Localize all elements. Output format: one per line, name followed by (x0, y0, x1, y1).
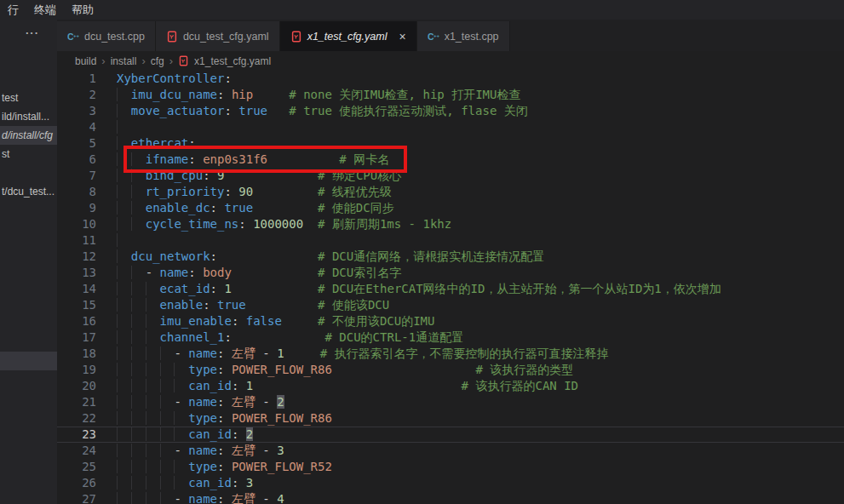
line-content: type: POWER_FLOW_R52 (96, 459, 332, 475)
line-content: imu_dcu_name: hip # none 关闭IMU检查, hip 打开… (96, 87, 520, 103)
menu-item-2[interactable]: 帮助 (64, 3, 101, 18)
line-content: type: POWER_FLOW_R86 # 该执行器的类型 (96, 362, 573, 378)
line-content: enable: true # 使能该DCU (96, 297, 389, 313)
breadcrumb-segment[interactable]: cfg (151, 55, 164, 67)
sidebar-list-item[interactable]: test (0, 89, 57, 107)
sidebar-list-item[interactable]: st (0, 145, 57, 163)
code-line[interactable]: 2 imu_dcu_name: hip # none 关闭IMU检查, hip … (57, 87, 844, 103)
code-line[interactable]: 23 can_id: 2 (57, 427, 844, 443)
sidebar-list-item[interactable]: d/install/cfg (0, 126, 57, 145)
code-line[interactable]: 10 cycle_time_ns: 1000000 # 刷新周期1ms - 1k… (57, 216, 844, 232)
line-number[interactable]: 1 (57, 71, 96, 87)
breadcrumb-file[interactable]: x1_test_cfg.yaml (194, 55, 271, 67)
line-number[interactable]: 13 (57, 265, 96, 281)
line-content (96, 232, 131, 249)
code-line[interactable]: 3 move_actuator: true # true 使能执行器运动测试, … (57, 103, 844, 119)
breadcrumb: build›install›cfg›x1_test_cfg.yaml (57, 51, 844, 71)
line-number[interactable]: 23 (57, 427, 96, 443)
line-number[interactable]: 26 (57, 475, 96, 491)
line-content: - name: 左臂 - 3 (96, 443, 284, 459)
code-line[interactable]: 14 ecat_id: 1 # DCU在EtherCAT网络中的ID，从主站开始… (57, 281, 844, 297)
menu-item-0[interactable]: 行 (0, 3, 26, 18)
line-content: ecat_id: 1 # DCU在EtherCAT网络中的ID，从主站开始，第一… (96, 281, 721, 297)
sidebar-list-item[interactable]: t/dcu_test... (0, 182, 57, 201)
line-number[interactable]: 21 (57, 394, 96, 410)
line-number[interactable]: 19 (57, 362, 96, 378)
code-line[interactable]: 17 channel_1: # DCU的CTRL-1通道配置 (57, 329, 844, 346)
line-content: - name: 左臂 - 1 # 执行器索引名字，不需要控制的执行器可直接注释掉 (96, 346, 609, 362)
close-icon[interactable]: × (399, 30, 405, 43)
sidebar-list-item[interactable]: ild/install... (0, 107, 57, 126)
code-line[interactable]: 1XyberController: (57, 71, 844, 87)
line-number[interactable]: 8 (57, 184, 96, 200)
code-editor[interactable]: 1XyberController:2 imu_dcu_name: hip # n… (57, 71, 844, 504)
vscode-window: 行终端帮助 ··· testild/install...d/install/cf… (0, 0, 844, 504)
line-number[interactable]: 11 (57, 232, 96, 249)
more-actions-ellipsis-icon[interactable]: ··· (26, 26, 39, 39)
line-number[interactable]: 2 (57, 87, 96, 103)
breadcrumb-segment[interactable]: install (111, 55, 137, 67)
code-line[interactable]: 27 - name: 左臂 - 4 (57, 491, 844, 504)
line-number[interactable]: 24 (57, 443, 96, 459)
line-number[interactable]: 12 (57, 249, 96, 265)
code-line[interactable]: 7 bind_cpu: 9 # 绑定CPU核心 (57, 168, 844, 184)
menu-bar: 行终端帮助 (0, 0, 844, 20)
code-line[interactable]: 5 ethercat: (57, 135, 844, 152)
line-number[interactable]: 18 (57, 346, 96, 362)
svg-text:++: ++ (73, 32, 79, 37)
line-content: imu_enable: false # 不使用该DCU的IMU (96, 313, 434, 329)
line-number[interactable]: 14 (57, 281, 96, 297)
line-number[interactable]: 15 (57, 297, 96, 313)
code-line[interactable]: 6 ifname: enp0s31f6 # 网卡名 (57, 152, 844, 168)
line-number[interactable]: 27 (57, 491, 96, 504)
line-number[interactable]: 25 (57, 459, 96, 475)
editor-tab[interactable]: C++dcu_test.cpp (57, 21, 156, 51)
breadcrumb-segment[interactable]: build (75, 55, 96, 67)
line-number[interactable]: 22 (57, 410, 96, 427)
tab-label: x1_test.cpp (445, 31, 499, 43)
code-line[interactable]: 15 enable: true # 使能该DCU (57, 297, 844, 313)
code-line[interactable]: 20 can_id: 1 # 该执行器的CAN ID (57, 378, 844, 394)
line-number[interactable]: 5 (57, 135, 96, 152)
code-line[interactable]: 26 can_id: 3 (57, 475, 844, 491)
line-number[interactable]: 7 (57, 168, 96, 184)
line-number[interactable]: 10 (57, 216, 96, 232)
chevron-right-icon: › (169, 54, 173, 67)
line-number[interactable]: 20 (57, 378, 96, 394)
menu-item-1[interactable]: 终端 (26, 3, 64, 18)
yaml-file-icon (290, 31, 302, 43)
line-content: rt_priority: 90 # 线程优先级 (96, 184, 392, 200)
side-panel: ··· testild/install...d/install/cfgstt/d… (0, 20, 57, 504)
line-number[interactable]: 16 (57, 313, 96, 329)
code-line[interactable]: 22 type: POWER_FLOW_R86 (57, 410, 844, 427)
code-line[interactable]: 13 - name: body # DCU索引名字 (57, 265, 844, 281)
line-content: - name: 左臂 - 4 (96, 491, 284, 504)
line-content: can_id: 2 (96, 427, 253, 443)
code-line[interactable]: 18 - name: 左臂 - 1 # 执行器索引名字，不需要控制的执行器可直接… (57, 346, 844, 362)
code-line[interactable]: 21 - name: 左臂 - 2 (57, 394, 844, 410)
line-number[interactable]: 17 (57, 329, 96, 346)
line-number[interactable]: 9 (57, 200, 96, 216)
code-line[interactable]: 12 dcu_network: # DCU通信网络，请根据实机连接情况配置 (57, 249, 844, 265)
code-line[interactable]: 8 rt_priority: 90 # 线程优先级 (57, 184, 844, 200)
code-line[interactable]: 9 enable_dc: true # 使能DC同步 (57, 200, 844, 216)
line-content: XyberController: (96, 71, 232, 87)
line-content: - name: 左臂 - 2 (96, 394, 284, 410)
line-number[interactable]: 4 (57, 119, 96, 135)
code-line[interactable]: 25 type: POWER_FLOW_R52 (57, 459, 844, 475)
code-line[interactable]: 16 imu_enable: false # 不使用该DCU的IMU (57, 313, 844, 329)
code-line[interactable]: 4 (57, 119, 844, 135)
line-number[interactable]: 3 (57, 103, 96, 119)
editor-tab[interactable]: x1_test_cfg.yaml× (280, 21, 417, 51)
tab-label: dcu_test.cpp (84, 31, 145, 43)
code-line[interactable]: 24 - name: 左臂 - 3 (57, 443, 844, 459)
editor-tab[interactable]: C++x1_test.cpp (417, 21, 510, 51)
line-number[interactable]: 6 (57, 152, 96, 168)
code-line[interactable]: 11 (57, 232, 844, 249)
code-line[interactable]: 19 type: POWER_FLOW_R86 # 该执行器的类型 (57, 362, 844, 378)
yaml-file-icon (178, 55, 189, 66)
line-content (96, 119, 131, 135)
tab-bar: C++dcu_test.cppdcu_test_cfg.yamlx1_test_… (57, 20, 844, 51)
editor-tab[interactable]: dcu_test_cfg.yaml (156, 21, 280, 51)
sidebar-list-item[interactable] (0, 352, 57, 370)
